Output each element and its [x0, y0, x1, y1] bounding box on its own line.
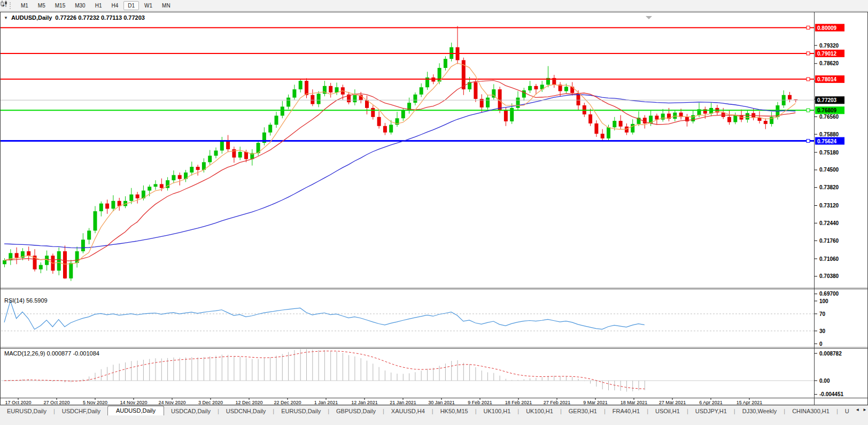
svg-text:22 Dec 2020: 22 Dec 2020	[274, 400, 301, 405]
svg-text:27 Mar 2021: 27 Mar 2021	[659, 400, 686, 405]
svg-text:18 Mar 2021: 18 Mar 2021	[621, 400, 648, 405]
line-handle[interactable]	[807, 140, 810, 143]
price-badge-0.75624: 0.75624	[815, 137, 844, 145]
macd-indicator-label: MACD(12,26,9) 0.000877 -0.001084	[4, 350, 99, 357]
tab-usdcad-daily[interactable]: USDCAD,Daily	[164, 407, 218, 416]
svg-text:15 Apr 2021: 15 Apr 2021	[737, 400, 763, 405]
rsi-indicator-label: RSI(14) 56.5909	[4, 297, 48, 304]
svg-text:27 Feb 2021: 27 Feb 2021	[544, 400, 571, 405]
tab-eurusd-daily[interactable]: EURUSD,Daily	[274, 407, 328, 416]
tab-usdcnh-daily[interactable]: USDCNH,Daily	[219, 407, 273, 416]
price-badge-0.77203: 0.77203	[815, 96, 844, 104]
line-handle[interactable]	[807, 52, 810, 55]
svg-text:0.75180: 0.75180	[819, 150, 839, 156]
ma-line-mid	[4, 80, 795, 261]
tab-scroll-right-icon[interactable]: ►	[863, 407, 867, 412]
svg-text:18 Feb 2021: 18 Feb 2021	[505, 400, 532, 405]
svg-text:-0.004451: -0.004451	[819, 391, 843, 397]
svg-text:0.76809: 0.76809	[817, 107, 837, 113]
macd-axis: 0.0087820.00-0.004451	[815, 351, 843, 398]
svg-text:0.80009: 0.80009	[817, 25, 837, 31]
svg-text:12 Jan 2021: 12 Jan 2021	[351, 400, 378, 405]
price-badge-0.79012: 0.79012	[815, 50, 844, 57]
chart-window-border	[1, 12, 868, 405]
ma-line-fast	[4, 63, 795, 264]
svg-text:3 Dec 2020: 3 Dec 2020	[198, 400, 223, 405]
line-handle[interactable]	[807, 109, 810, 112]
date-axis: 17 Oct 202027 Oct 20205 Nov 202014 Nov 2…	[5, 398, 762, 405]
macd-histogram	[5, 348, 645, 392]
line-handle[interactable]	[807, 78, 810, 81]
svg-text:12 Dec 2020: 12 Dec 2020	[235, 400, 262, 405]
svg-text:70: 70	[819, 311, 826, 317]
svg-text:0.77203: 0.77203	[817, 97, 837, 103]
chevron-down-icon[interactable]: ▼	[4, 16, 8, 20]
price-badge-0.80009: 0.80009	[815, 24, 844, 32]
svg-text:0.00: 0.00	[819, 378, 830, 384]
svg-text:0.71760: 0.71760	[819, 238, 839, 244]
tab-xauusd-h4[interactable]: XAUUSD,H4	[384, 407, 432, 416]
svg-text:0.72440: 0.72440	[819, 220, 839, 226]
tab-usdjpy-h1[interactable]: USDJPY,H1	[688, 407, 734, 416]
svg-text:17 Oct 2020: 17 Oct 2020	[5, 400, 31, 405]
svg-text:0.69700: 0.69700	[819, 291, 839, 297]
chart-header: ▼ AUDUSD,Daily 0.77226 0.77232 0.77113 0…	[4, 14, 145, 21]
svg-text:0.79320: 0.79320	[819, 43, 839, 49]
chart-symbol-label: AUDUSD,Daily	[11, 14, 52, 21]
chart-tab-bar: EURUSD,Daily|USDCHF,DailyAUDUSD,DailyUSD…	[0, 405, 868, 416]
tab-scroll-controls: ◄ ►	[853, 407, 867, 412]
svg-text:0.78014: 0.78014	[817, 76, 837, 82]
line-handle[interactable]	[807, 26, 810, 29]
tab-usoil-h1[interactable]: USOil,H1	[648, 407, 687, 416]
price-badge-0.78014: 0.78014	[815, 75, 844, 83]
svg-text:0.75880: 0.75880	[819, 132, 839, 137]
svg-text:0.79012: 0.79012	[817, 51, 837, 57]
svg-text:30 Jan 2021: 30 Jan 2021	[428, 400, 455, 405]
macd-pane	[1, 348, 815, 392]
chart-shift-marker[interactable]	[646, 16, 652, 19]
chart-canvas[interactable]: 0.793200.786200.779400.772400.765600.758…	[0, 0, 868, 425]
tab-usdchf-daily[interactable]: USDCHF,Daily	[55, 407, 107, 416]
tab-audusd-daily[interactable]: AUDUSD,Daily	[107, 406, 164, 416]
rsi-line	[4, 301, 645, 329]
tab-dj30-weekly[interactable]: DJ30,Weekly	[735, 407, 784, 416]
tab-eurusd-daily[interactable]: EURUSD,Daily	[0, 407, 53, 416]
svg-text:0.71060: 0.71060	[819, 256, 839, 262]
tab-gbpusd-daily[interactable]: GBPUSD,Daily	[329, 407, 383, 416]
svg-text:0.73820: 0.73820	[819, 184, 839, 190]
price-badge-0.76809: 0.76809	[815, 106, 844, 114]
svg-text:6 Apr 2021: 6 Apr 2021	[699, 400, 723, 405]
tab-uk100-h1[interactable]: UK100,H1	[519, 407, 560, 416]
tab-china300-h1[interactable]: CHINA300,H1	[785, 407, 836, 416]
svg-text:27 Oct 2020: 27 Oct 2020	[43, 400, 69, 405]
tab-uk100-h1[interactable]: UK100,H1	[477, 407, 518, 416]
tab-ger30-h1[interactable]: GER30,H1	[562, 407, 604, 416]
rsi-pane	[1, 301, 815, 331]
rsi-axis: 10070300	[815, 298, 828, 347]
svg-text:0.78620: 0.78620	[819, 60, 839, 66]
svg-text:9 Mar 2021: 9 Mar 2021	[583, 400, 608, 405]
svg-text:1 Jan 2021: 1 Jan 2021	[314, 400, 338, 405]
svg-text:14 Nov 2020: 14 Nov 2020	[120, 400, 147, 405]
svg-text:0.76560: 0.76560	[819, 114, 839, 120]
svg-text:30: 30	[819, 328, 826, 334]
svg-text:0: 0	[819, 341, 823, 347]
tab-fra40-h1[interactable]: FRA40,H1	[606, 407, 647, 416]
tab-hk50-m15[interactable]: HK50,M15	[433, 407, 475, 416]
svg-text:0.008782: 0.008782	[819, 351, 842, 357]
candles	[3, 26, 797, 281]
svg-text:0.70380: 0.70380	[819, 273, 839, 279]
bottom-strip	[0, 415, 868, 425]
svg-text:21 Jan 2021: 21 Jan 2021	[390, 400, 416, 405]
svg-text:24 Nov 2020: 24 Nov 2020	[158, 400, 185, 405]
chart-quotes-label: 0.77226 0.77232 0.77113 0.77203	[55, 14, 145, 21]
svg-text:9 Feb 2021: 9 Feb 2021	[468, 400, 492, 405]
svg-text:0.74500: 0.74500	[819, 167, 839, 173]
svg-text:100: 100	[819, 298, 828, 304]
svg-text:5 Nov 2020: 5 Nov 2020	[83, 400, 107, 405]
svg-text:0.75624: 0.75624	[817, 138, 837, 144]
svg-text:0.73120: 0.73120	[819, 203, 839, 208]
tab-scroll-left-icon[interactable]: ◄	[855, 407, 859, 412]
